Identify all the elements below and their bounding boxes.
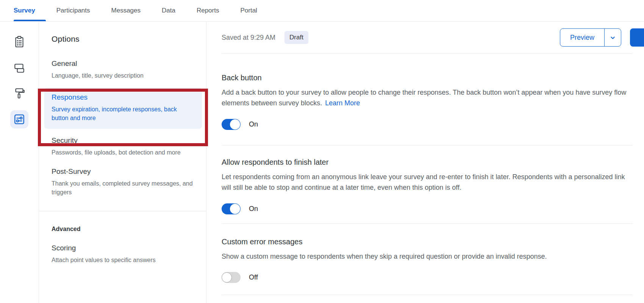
tab-messages[interactable]: Messages	[101, 0, 151, 21]
back-button-toggle[interactable]	[222, 119, 241, 130]
options-item-description: Thank you emails, completed survey messa…	[52, 179, 195, 197]
finish-later-toggle[interactable]	[222, 203, 241, 214]
toggle-knob	[222, 272, 232, 283]
main-header: Saved at 9:29 AM Draft Preview	[222, 22, 633, 54]
setting-description: Let respondents coming from an anonymous…	[222, 172, 630, 193]
toggle-row: On	[222, 203, 633, 214]
toggle-row: On	[222, 119, 633, 130]
custom-error-toggle[interactable]	[222, 272, 241, 283]
options-item-description: Attach point values to specific answers	[52, 257, 195, 264]
options-item-security[interactable]: Security Passwords, file uploads, bot de…	[39, 131, 206, 162]
setting-back-button: Back button Add a back button to your su…	[222, 54, 633, 145]
survey-options-page: Survey Participants Messages Data Report…	[0, 0, 644, 303]
setting-description: Show a custom message to respondents whe…	[222, 251, 630, 262]
options-item-general[interactable]: General Language, title, survey descript…	[39, 54, 206, 85]
learn-more-link[interactable]: Learn More	[325, 99, 360, 107]
preview-split-button: Preview	[560, 28, 621, 47]
header-actions: Preview	[560, 28, 633, 47]
main-content: Saved at 9:29 AM Draft Preview Ba	[206, 22, 644, 303]
toggle-knob	[230, 204, 240, 214]
options-item-label: Scoring	[52, 244, 195, 252]
options-list: General Language, title, survey descript…	[39, 44, 206, 202]
toggle-state-label: On	[249, 120, 258, 128]
setting-description-text: Let respondents coming from an anonymous…	[222, 173, 625, 191]
chevron-down-icon	[610, 34, 616, 41]
options-item-description: Survey expiration, incomplete responses,…	[52, 105, 194, 122]
draft-status-badge: Draft	[284, 31, 308, 44]
toggle-state-label: Off	[249, 273, 258, 281]
survey-flow-icon[interactable]	[10, 59, 28, 77]
tab-reports[interactable]: Reports	[186, 0, 230, 21]
options-item-description: Passwords, file uploads, bot detection a…	[52, 148, 195, 157]
setting-finish-later: Allow respondents to finish later Let re…	[222, 145, 633, 224]
advanced-section-label: Advanced	[39, 211, 206, 233]
setting-custom-error-messages: Custom error messages Show a custom mess…	[222, 224, 633, 295]
top-navigation: Survey Participants Messages Data Report…	[0, 0, 644, 22]
preview-button[interactable]: Preview	[560, 29, 604, 46]
look-and-feel-icon[interactable]	[10, 84, 28, 103]
options-item-post-survey[interactable]: Post-Survey Thank you emails, completed …	[39, 162, 206, 202]
setting-description-text: Show a custom message to respondents whe…	[222, 253, 547, 260]
options-item-label: Responses	[52, 93, 194, 102]
toggle-row: Off	[222, 272, 633, 283]
publish-button[interactable]	[630, 28, 644, 47]
saved-status-text: Saved at 9:29 AM	[222, 34, 275, 42]
setting-description: Add a back button to your survey to allo…	[222, 87, 630, 109]
options-item-scoring[interactable]: Scoring Attach point values to specific …	[39, 233, 206, 264]
preview-dropdown-button[interactable]	[604, 29, 621, 46]
tab-participants[interactable]: Participants	[46, 0, 101, 21]
setting-description-text: Add a back button to your survey to allo…	[222, 89, 626, 107]
tab-data[interactable]: Data	[151, 0, 186, 21]
options-item-description: Language, title, survey description	[52, 71, 195, 80]
options-item-label: Security	[52, 136, 195, 145]
tab-survey[interactable]: Survey	[14, 0, 46, 21]
options-panel: Options General Language, title, survey …	[39, 22, 206, 303]
survey-builder-icon[interactable]	[10, 33, 28, 51]
setting-title: Allow respondents to finish later	[222, 158, 633, 167]
options-item-label: Post-Survey	[52, 167, 195, 176]
options-item-label: General	[52, 59, 195, 68]
tab-portal[interactable]: Portal	[230, 0, 267, 21]
body-columns: Options General Language, title, survey …	[0, 22, 644, 303]
options-item-responses[interactable]: Responses Survey expiration, incomplete …	[44, 87, 202, 128]
setting-title: Custom error messages	[222, 237, 633, 246]
toggle-state-label: On	[249, 205, 258, 213]
survey-options-icon[interactable]	[10, 110, 28, 128]
toggle-knob	[230, 119, 240, 130]
sidebar-icon-rail	[0, 22, 39, 303]
setting-title: Back button	[222, 73, 633, 82]
options-panel-title: Options	[39, 22, 206, 44]
